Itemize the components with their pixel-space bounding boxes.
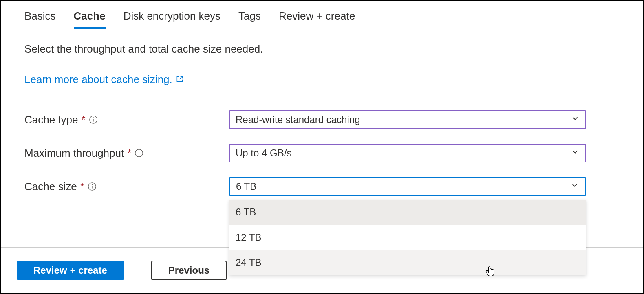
cache-size-label-text: Cache size (24, 180, 77, 193)
external-link-icon (176, 73, 184, 86)
info-icon[interactable] (89, 115, 98, 124)
learn-more-link[interactable]: Learn more about cache sizing. (24, 73, 184, 86)
required-asterisk: * (82, 114, 86, 126)
max-throughput-label-text: Maximum throughput (24, 147, 124, 160)
chevron-down-icon (571, 114, 580, 125)
previous-button[interactable]: Previous (151, 261, 227, 280)
tab-bar: Basics Cache Disk encryption keys Tags R… (1, 1, 643, 28)
cache-size-option[interactable]: 12 TB (229, 225, 586, 250)
max-throughput-row: Maximum throughput * Up to 4 GB/s (24, 144, 620, 162)
cache-size-option[interactable]: 24 TB (229, 250, 586, 275)
required-asterisk: * (127, 147, 131, 160)
cache-size-value: 6 TB (236, 181, 256, 192)
cache-type-label-text: Cache type (24, 114, 78, 126)
chevron-down-icon (570, 181, 579, 192)
tab-review-create[interactable]: Review + create (279, 10, 355, 28)
learn-more-text: Learn more about cache sizing. (24, 73, 172, 86)
max-throughput-value: Up to 4 GB/s (236, 147, 291, 159)
description-text: Select the throughput and total cache si… (24, 43, 620, 55)
info-icon[interactable] (135, 149, 143, 158)
info-icon[interactable] (88, 182, 97, 191)
cache-type-value: Read-write standard caching (236, 114, 360, 125)
cache-size-row: Cache size * 6 TB (24, 177, 620, 196)
tab-basics[interactable]: Basics (24, 10, 56, 28)
cache-type-row: Cache type * Read-write standard caching (24, 110, 620, 129)
svg-point-8 (92, 184, 92, 185)
chevron-down-icon (571, 147, 580, 159)
cache-size-option[interactable]: 6 TB (229, 200, 586, 225)
cursor-pointer-icon (484, 264, 496, 279)
tab-cache[interactable]: Cache (74, 10, 106, 28)
tab-disk-encryption[interactable]: Disk encryption keys (124, 10, 221, 28)
required-asterisk: * (80, 180, 84, 193)
cache-size-label: Cache size * (24, 180, 229, 193)
cache-size-dropdown: 6 TB 12 TB 24 TB (229, 200, 586, 275)
cache-size-select[interactable]: 6 TB (229, 177, 586, 196)
max-throughput-label: Maximum throughput * (24, 147, 229, 160)
svg-point-5 (139, 151, 139, 151)
cache-type-label: Cache type * (24, 114, 229, 126)
review-create-button[interactable]: Review + create (17, 261, 124, 280)
max-throughput-select[interactable]: Up to 4 GB/s (229, 144, 586, 162)
cache-type-select[interactable]: Read-write standard caching (229, 110, 586, 129)
svg-point-2 (93, 118, 93, 118)
tab-tags[interactable]: Tags (238, 10, 261, 28)
